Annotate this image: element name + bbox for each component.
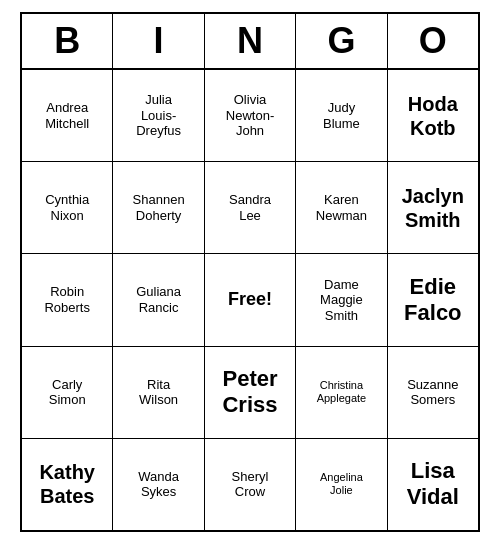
grid-row-0: AndreaMitchellJuliaLouis-DreyfusOliviaNe… xyxy=(22,70,478,162)
grid-cell-r0-c1: JuliaLouis-Dreyfus xyxy=(113,70,204,161)
header-letter-n: N xyxy=(205,14,296,68)
grid-cell-r2-c2: Free! xyxy=(205,254,296,345)
grid-cell-r2-c0: RobinRoberts xyxy=(22,254,113,345)
grid-cell-r0-c4: HodaKotb xyxy=(388,70,478,161)
grid-cell-r0-c3: JudyBlume xyxy=(296,70,387,161)
grid-row-2: RobinRobertsGulianaRancicFree!DameMaggie… xyxy=(22,254,478,346)
header-row: BINGO xyxy=(22,14,478,70)
grid-cell-r1-c1: ShannenDoherty xyxy=(113,162,204,253)
grid-cell-r2-c3: DameMaggieSmith xyxy=(296,254,387,345)
grid-cell-r1-c3: KarenNewman xyxy=(296,162,387,253)
grid-cell-r0-c2: OliviaNewton-John xyxy=(205,70,296,161)
header-letter-i: I xyxy=(113,14,204,68)
grid-cell-r1-c2: SandraLee xyxy=(205,162,296,253)
grid-cell-r1-c0: CynthiaNixon xyxy=(22,162,113,253)
grid-row-3: CarlySimonRitaWilsonPeterCrissChristinaA… xyxy=(22,347,478,439)
header-letter-o: O xyxy=(388,14,478,68)
grid-cell-r4-c3: AngelinaJolie xyxy=(296,439,387,530)
header-letter-g: G xyxy=(296,14,387,68)
grid-cell-r1-c4: JaclynSmith xyxy=(388,162,478,253)
grid-cell-r3-c2: PeterCriss xyxy=(205,347,296,438)
grid-cell-r2-c4: EdieFalco xyxy=(388,254,478,345)
grid-row-4: KathyBatesWandaSykesSherylCrowAngelinaJo… xyxy=(22,439,478,530)
grid-cell-r3-c4: SuzanneSomers xyxy=(388,347,478,438)
grid-cell-r4-c0: KathyBates xyxy=(22,439,113,530)
grid-cell-r4-c1: WandaSykes xyxy=(113,439,204,530)
grid-cell-r4-c2: SherylCrow xyxy=(205,439,296,530)
bingo-grid: AndreaMitchellJuliaLouis-DreyfusOliviaNe… xyxy=(22,70,478,530)
grid-cell-r0-c0: AndreaMitchell xyxy=(22,70,113,161)
header-letter-b: B xyxy=(22,14,113,68)
grid-row-1: CynthiaNixonShannenDohertySandraLeeKaren… xyxy=(22,162,478,254)
grid-cell-r3-c0: CarlySimon xyxy=(22,347,113,438)
grid-cell-r4-c4: LisaVidal xyxy=(388,439,478,530)
grid-cell-r3-c3: ChristinaApplegate xyxy=(296,347,387,438)
grid-cell-r2-c1: GulianaRancic xyxy=(113,254,204,345)
grid-cell-r3-c1: RitaWilson xyxy=(113,347,204,438)
bingo-card: BINGO AndreaMitchellJuliaLouis-DreyfusOl… xyxy=(20,12,480,532)
